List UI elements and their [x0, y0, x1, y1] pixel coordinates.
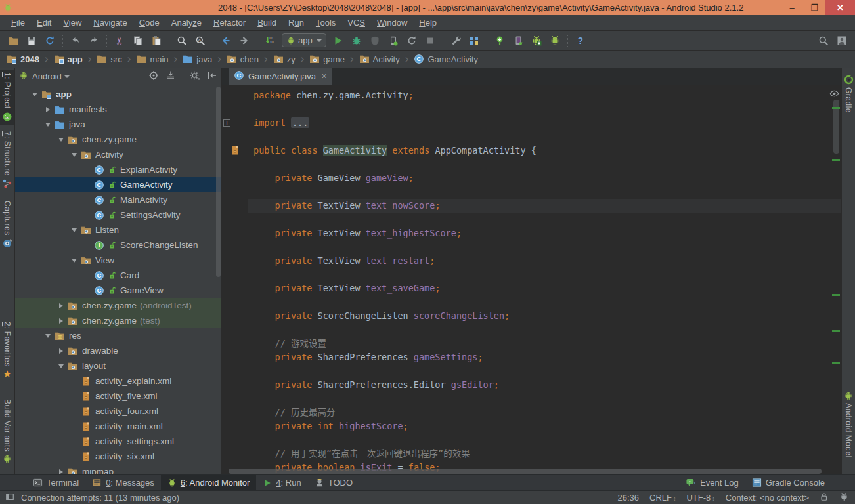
tree-item-mainactivity[interactable]: CMainActivity [15, 192, 221, 207]
breadcrumb-item-game[interactable]: game [308, 54, 346, 64]
breadcrumb-item-java[interactable]: java [181, 54, 213, 64]
menu-analyze[interactable]: Analyze [165, 18, 208, 28]
toolwindow-button-6-android-monitor[interactable]: 6: Android Monitor [161, 475, 257, 490]
tool-stripe--favorites[interactable]: 2: Favorites★ [0, 319, 14, 391]
breadcrumb-item-chen[interactable]: chen [225, 54, 260, 64]
menu-vcs[interactable]: VCS [341, 18, 371, 28]
encoding-selector[interactable]: UTF-8↕ [686, 493, 714, 503]
hide-panel-button[interactable] [207, 70, 217, 83]
lock-icon[interactable] [820, 492, 829, 503]
error-stripe-mark[interactable] [832, 294, 840, 296]
close-button[interactable]: ✕ [825, 0, 855, 15]
toolwindow-button-4-run[interactable]: 4: Run [256, 475, 307, 490]
toolwindow-button-0-messages[interactable]: 0: Messages [85, 475, 161, 490]
tree-item-drawable[interactable]: drawable [15, 343, 221, 358]
locate-button[interactable] [148, 70, 159, 83]
related-layout-file-icon[interactable] [230, 145, 240, 159]
context-selector[interactable]: Context: <no context> [726, 493, 809, 503]
editor-horizontal-scrollbar[interactable] [229, 469, 822, 474]
tool-stripe-gradle[interactable]: Gradle [842, 72, 855, 125]
menu-file[interactable]: File [5, 18, 31, 28]
tool-stripe-build-variants[interactable]: Build Variants [0, 396, 14, 476]
collapse-arrow-icon[interactable] [32, 93, 37, 96]
debug-button[interactable] [347, 33, 366, 49]
stop-button[interactable] [421, 33, 439, 49]
error-stripe-mark[interactable] [832, 330, 840, 332]
collapse-all-button[interactable] [165, 70, 176, 83]
tree-item-chen-zy-game[interactable]: chen.zy.game [15, 132, 221, 147]
tree-item-res[interactable]: res [15, 328, 221, 343]
sdk-manager-button[interactable] [527, 33, 546, 49]
editor-tab-gameactivity[interactable]: C GameActivity.java ✕ [229, 68, 332, 85]
menu-run[interactable]: Run [282, 18, 310, 28]
tree-item-activity-main-xml[interactable]: activity_main.xml [15, 419, 221, 434]
toolwindow-button-todo[interactable]: TODO [308, 475, 359, 490]
tool-stripe-captures[interactable]: Captures [0, 198, 14, 259]
breadcrumb-item-app[interactable]: app [53, 54, 84, 64]
minimize-button[interactable]: – [781, 0, 803, 15]
tree-item-activity-four-xml[interactable]: activity_four.xml [15, 404, 221, 419]
device-monitor-button[interactable] [546, 33, 564, 49]
tree-item-activity-explain-xml[interactable]: activity_explain.xml [15, 373, 221, 388]
project-structure-button[interactable] [465, 33, 483, 49]
menu-refactor[interactable]: Refactor [208, 18, 252, 28]
error-stripe-mark[interactable] [832, 362, 840, 364]
tree-item-settingsactivity[interactable]: CSettingsActivity [15, 207, 221, 222]
copy-button[interactable] [129, 33, 147, 49]
restart-button[interactable] [403, 33, 421, 49]
tree-item-mipmap[interactable]: mipmap [15, 464, 221, 474]
tree-item-activity[interactable]: Activity [15, 147, 221, 162]
tool-stripe--project[interactable]: 1: Project [0, 70, 14, 125]
project-view-selector[interactable]: Android [32, 72, 62, 81]
run-configuration-selector[interactable]: app [282, 33, 326, 47]
menu-navigate[interactable]: Navigate [87, 18, 133, 28]
sync-button[interactable] [41, 33, 59, 49]
tree-item-card[interactable]: CCard [15, 268, 221, 283]
tree-item-chen-zy-game-test-[interactable]: chen.zy.game(test) [15, 313, 221, 328]
tree-item-java[interactable]: java [15, 117, 221, 132]
menu-build[interactable]: Build [252, 18, 282, 28]
settings-button[interactable] [447, 33, 465, 49]
eye-icon[interactable] [829, 89, 839, 98]
hector-icon[interactable] [839, 492, 848, 503]
project-tree-scrollbar[interactable] [216, 87, 221, 277]
menu-code[interactable]: Code [133, 18, 165, 28]
forward-button[interactable] [235, 33, 253, 49]
replace-button[interactable]: A [191, 33, 209, 49]
tree-item-view[interactable]: View [15, 253, 221, 268]
gear-button[interactable] [190, 70, 200, 83]
caret-position[interactable]: 26:36 [617, 493, 639, 503]
run-button[interactable] [329, 33, 347, 49]
breadcrumb-item-zy[interactable]: zy [272, 54, 297, 64]
tree-item-chen-zy-game-androidtest-[interactable]: chen.zy.game(androidTest) [15, 298, 221, 313]
collapse-arrow-icon[interactable] [45, 123, 51, 127]
avatar-button[interactable] [833, 33, 851, 49]
tree-item-activity-six-xml[interactable]: activity_six.xml [15, 449, 221, 464]
open-folder-button[interactable] [4, 33, 22, 49]
error-stripe-mark[interactable] [832, 107, 840, 109]
collapse-arrow-icon[interactable] [72, 153, 77, 157]
find-button[interactable] [173, 33, 191, 49]
breadcrumb-item-activity[interactable]: Activity [358, 54, 401, 64]
menu-window[interactable]: Window [371, 18, 413, 28]
search-everywhere-button[interactable] [814, 33, 833, 49]
expand-arrow-icon[interactable] [59, 469, 63, 474]
expand-arrow-icon[interactable] [59, 318, 63, 324]
menu-help[interactable]: Help [413, 18, 443, 28]
undo-button[interactable] [66, 33, 85, 49]
redo-button[interactable] [85, 33, 103, 49]
breadcrumb-item-2048[interactable]: 2048 [5, 54, 41, 64]
menu-view[interactable]: View [57, 18, 87, 28]
breadcrumb-item-main[interactable]: main [135, 54, 169, 64]
collapse-arrow-icon[interactable] [58, 364, 64, 368]
run-config-order-button[interactable]: 0110 [261, 33, 279, 49]
tree-item-activity-settings-xml[interactable]: activity_settings.xml [15, 434, 221, 449]
collapse-arrow-icon[interactable] [72, 228, 77, 232]
expand-arrow-icon[interactable] [46, 107, 50, 112]
cut-button[interactable]: ✂ [110, 33, 129, 49]
coverage-button[interactable] [366, 33, 384, 49]
lock-status-icon[interactable] [820, 492, 829, 501]
tree-item-listen[interactable]: Listen [15, 222, 221, 238]
menu-tools[interactable]: Tools [310, 18, 341, 28]
paste-button[interactable] [147, 33, 165, 49]
